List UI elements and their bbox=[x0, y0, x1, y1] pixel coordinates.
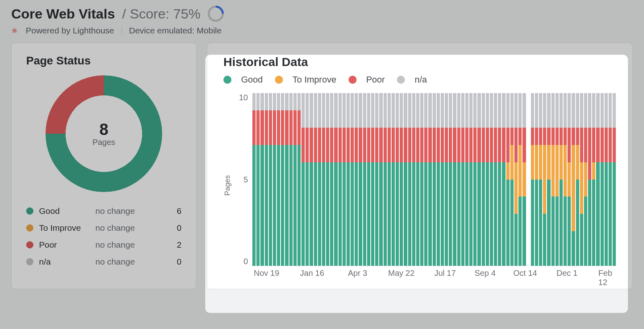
bar[interactable] bbox=[437, 93, 440, 266]
bar[interactable] bbox=[572, 93, 575, 266]
bar[interactable] bbox=[334, 93, 337, 266]
bar[interactable] bbox=[502, 93, 505, 266]
bar[interactable] bbox=[388, 93, 391, 266]
bar[interactable] bbox=[260, 93, 264, 266]
bar[interactable] bbox=[375, 93, 378, 266]
bar[interactable] bbox=[297, 93, 301, 266]
bar[interactable] bbox=[473, 93, 477, 266]
bar[interactable] bbox=[494, 93, 497, 266]
legend-item[interactable]: To Improve bbox=[275, 74, 336, 85]
bar[interactable] bbox=[371, 93, 374, 266]
bar[interactable] bbox=[506, 93, 510, 266]
bar[interactable] bbox=[367, 93, 370, 266]
bar[interactable] bbox=[318, 93, 321, 266]
bar[interactable] bbox=[428, 93, 431, 266]
bar[interactable] bbox=[453, 93, 456, 266]
bar[interactable] bbox=[514, 93, 518, 266]
bar[interactable] bbox=[351, 93, 354, 266]
bar[interactable] bbox=[522, 93, 526, 266]
bar[interactable] bbox=[285, 93, 288, 266]
bar[interactable] bbox=[330, 93, 333, 266]
bar[interactable] bbox=[314, 93, 317, 266]
bar[interactable] bbox=[531, 93, 534, 266]
bar[interactable] bbox=[592, 93, 595, 266]
bar[interactable] bbox=[457, 93, 460, 266]
bar[interactable] bbox=[465, 93, 469, 266]
stacked-bar-chart[interactable] bbox=[252, 93, 616, 266]
bar[interactable] bbox=[477, 93, 481, 266]
bar[interactable] bbox=[400, 93, 403, 266]
bar[interactable] bbox=[482, 93, 485, 266]
bar[interactable] bbox=[408, 93, 411, 266]
bar[interactable] bbox=[347, 93, 350, 266]
bar[interactable] bbox=[281, 93, 284, 266]
legend-item[interactable]: Poor bbox=[349, 74, 385, 85]
bar[interactable] bbox=[580, 93, 583, 266]
bar[interactable] bbox=[363, 93, 366, 266]
bar[interactable] bbox=[293, 93, 297, 266]
bar[interactable] bbox=[613, 93, 616, 266]
bar[interactable] bbox=[310, 93, 313, 266]
bar[interactable] bbox=[449, 93, 452, 266]
bar[interactable] bbox=[461, 93, 464, 266]
bar[interactable] bbox=[535, 93, 538, 266]
status-row[interactable]: To Improve no change 0 bbox=[26, 219, 182, 236]
legend-item[interactable]: n/a bbox=[397, 74, 427, 85]
bar[interactable] bbox=[601, 93, 604, 266]
bar[interactable] bbox=[564, 93, 567, 266]
status-change: no change bbox=[95, 223, 148, 233]
bar[interactable] bbox=[433, 93, 436, 266]
bar[interactable] bbox=[265, 93, 268, 266]
bar[interactable] bbox=[355, 93, 358, 266]
bar[interactable] bbox=[588, 93, 591, 266]
bar[interactable] bbox=[518, 93, 522, 266]
bar[interactable] bbox=[384, 93, 387, 266]
bar[interactable] bbox=[252, 93, 256, 266]
bar[interactable] bbox=[412, 93, 415, 266]
bar[interactable] bbox=[404, 93, 407, 266]
bar[interactable] bbox=[273, 93, 276, 266]
bar[interactable] bbox=[486, 93, 489, 266]
bar[interactable] bbox=[256, 93, 260, 266]
bar[interactable] bbox=[510, 93, 514, 266]
status-row[interactable]: Good no change 6 bbox=[26, 203, 182, 219]
bar[interactable] bbox=[469, 93, 473, 266]
status-row[interactable]: Poor no change 2 bbox=[26, 236, 182, 253]
bar[interactable] bbox=[326, 93, 329, 266]
bar[interactable] bbox=[539, 93, 542, 266]
bar[interactable] bbox=[396, 93, 399, 266]
bar[interactable] bbox=[339, 93, 342, 266]
bar[interactable] bbox=[379, 93, 382, 266]
bar[interactable] bbox=[289, 93, 293, 266]
bar[interactable] bbox=[605, 93, 608, 266]
bar[interactable] bbox=[420, 93, 423, 266]
bar[interactable] bbox=[543, 93, 546, 266]
bar[interactable] bbox=[343, 93, 346, 266]
bar[interactable] bbox=[445, 93, 448, 266]
bar[interactable] bbox=[359, 93, 362, 266]
bar[interactable] bbox=[498, 93, 501, 266]
bar[interactable] bbox=[392, 93, 395, 266]
bar[interactable] bbox=[416, 93, 419, 266]
bar[interactable] bbox=[576, 93, 579, 266]
bar[interactable] bbox=[584, 93, 587, 266]
bar[interactable] bbox=[555, 93, 559, 266]
bar[interactable] bbox=[441, 93, 444, 266]
bar[interactable] bbox=[609, 93, 612, 266]
legend-item[interactable]: Good bbox=[223, 74, 263, 85]
page-status-title: Page Status bbox=[26, 54, 182, 67]
status-row[interactable]: n/a no change 0 bbox=[26, 253, 182, 270]
bar[interactable] bbox=[277, 93, 280, 266]
bar[interactable] bbox=[551, 93, 555, 266]
bar[interactable] bbox=[490, 93, 493, 266]
bar[interactable] bbox=[301, 93, 305, 266]
bar[interactable] bbox=[547, 93, 550, 266]
bar[interactable] bbox=[596, 93, 599, 266]
bar[interactable] bbox=[322, 93, 325, 266]
bar[interactable] bbox=[559, 93, 563, 266]
bar[interactable] bbox=[305, 93, 309, 266]
bar[interactable] bbox=[568, 93, 571, 266]
donut-chart[interactable]: 8 Pages bbox=[45, 75, 162, 192]
bar[interactable] bbox=[424, 93, 427, 266]
bar[interactable] bbox=[269, 93, 272, 266]
